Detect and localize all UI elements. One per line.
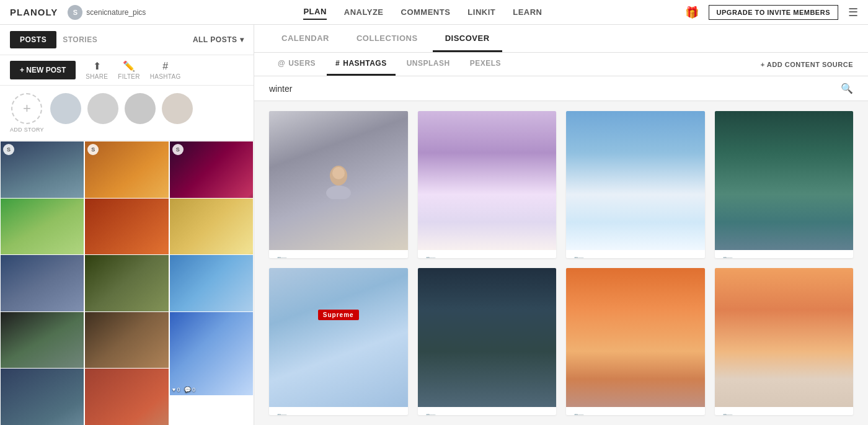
add-source-button[interactable]: + ADD CONTENT SOURCE <box>761 55 853 74</box>
card-footer: 📷 <box>418 407 557 416</box>
nav-linkit[interactable]: LINKIT <box>467 5 495 19</box>
search-input[interactable] <box>269 84 841 94</box>
logo: PLANOLY <box>10 7 58 17</box>
filter-button[interactable]: ✏️ FILTER <box>118 60 140 80</box>
right-content: CALENDAR COLLECTIONS DISCOVER @ USERS # … <box>254 25 868 425</box>
source-tab-users[interactable]: @ USERS <box>269 53 324 76</box>
card-footer: 📷 <box>269 250 408 259</box>
sidebar-actions: + NEW POST ⬆ SHARE ✏️ FILTER # HASHTAG <box>0 55 254 86</box>
list-item[interactable]: 📷 <box>566 268 705 415</box>
hashtag-label: HASHTAG <box>150 73 181 80</box>
nav-learn[interactable]: LEARN <box>513 5 542 19</box>
stories-button[interactable]: STORIES <box>63 35 97 44</box>
card-footer: 📷 <box>715 250 854 259</box>
at-icon: @ <box>278 59 285 68</box>
avatar: S <box>68 5 82 20</box>
tab-collections[interactable]: COLLECTIONS <box>344 25 430 52</box>
card-footer: 📷 <box>269 407 408 416</box>
source-tab-hashtags-label: HASHTAGS <box>343 59 386 68</box>
card-footer: 📷 <box>566 407 705 416</box>
search-bar: 🔍 <box>254 76 868 101</box>
source-tabs: @ USERS # HASHTAGS UNSPLASH PEXELS + ADD… <box>254 53 868 76</box>
post-badge: S <box>3 144 14 155</box>
hashtag-button[interactable]: # HASHTAG <box>150 61 181 80</box>
hashtag-icon: # <box>162 61 168 72</box>
story-row: + ADD STORY <box>0 86 254 141</box>
instagram-icon: 📷 <box>722 255 733 259</box>
instagram-icon: 📷 <box>574 255 584 259</box>
list-item[interactable]: Supreme 📷 <box>269 268 408 415</box>
search-icon[interactable]: 🔍 <box>841 83 853 94</box>
list-item[interactable]: 📷 <box>418 268 557 415</box>
post-stats: ♥ 0💬 0 <box>172 387 195 393</box>
story-item[interactable] <box>125 93 156 124</box>
svg-point-2 <box>332 167 345 179</box>
all-posts-label: ALL POSTS <box>193 35 237 44</box>
main-layout: POSTS STORIES ALL POSTS ▾ + NEW POST ⬆ S… <box>0 25 868 425</box>
table-row[interactable]: ♥ 0💬 0 <box>169 311 254 396</box>
main-nav: PLAN ANALYZE COMMENTS LINKIT LEARN <box>161 4 684 20</box>
add-story-wrap: + ADD STORY <box>10 93 44 133</box>
source-tab-pexels[interactable]: PEXELS <box>461 53 510 76</box>
table-row[interactable] <box>84 368 169 425</box>
filter-label: FILTER <box>118 73 140 80</box>
account-name: scenicnature_pics <box>86 8 146 17</box>
source-tab-users-label: USERS <box>288 59 316 68</box>
instagram-icon: 📷 <box>574 412 584 416</box>
add-story-button[interactable]: + <box>11 93 42 124</box>
source-tab-unsplash[interactable]: UNSPLASH <box>398 53 459 76</box>
table-row[interactable] <box>0 368 84 425</box>
discover-grid: 📷 📷 📷 📷 <box>254 101 868 425</box>
add-story-label: ADD STORY <box>10 127 44 133</box>
gift-icon[interactable]: 🎁 <box>685 6 699 19</box>
instagram-icon: 📷 <box>277 255 287 259</box>
instagram-icon: 📷 <box>277 412 287 416</box>
account-badge[interactable]: S scenicnature_pics <box>68 5 146 20</box>
list-item[interactable]: 📷 <box>418 111 557 258</box>
list-item[interactable]: 📷 <box>715 111 854 258</box>
card-footer: 📷 <box>418 250 557 259</box>
story-item[interactable] <box>50 93 81 124</box>
share-button[interactable]: ⬆ SHARE <box>86 60 108 80</box>
main-tabs: CALENDAR COLLECTIONS DISCOVER <box>254 25 868 53</box>
instagram-icon: 📷 <box>425 412 436 416</box>
posts-button[interactable]: POSTS <box>10 31 56 48</box>
share-label: SHARE <box>86 73 108 80</box>
instagram-icon: 📷 <box>425 255 436 259</box>
share-icon: ⬆ <box>93 60 101 72</box>
all-posts-button[interactable]: ALL POSTS ▾ <box>193 35 244 44</box>
new-post-button[interactable]: + NEW POST <box>10 61 76 79</box>
sidebar: POSTS STORIES ALL POSTS ▾ + NEW POST ⬆ S… <box>0 25 254 425</box>
card-footer: 📷 <box>566 250 705 259</box>
story-item[interactable] <box>162 93 193 124</box>
upgrade-button[interactable]: UPGRADE TO INVITE MEMBERS <box>709 5 838 20</box>
source-tab-unsplash-label: UNSPLASH <box>407 59 450 68</box>
nav-analyze[interactable]: ANALYZE <box>344 5 384 19</box>
list-item[interactable]: 📷 <box>715 268 854 415</box>
posts-grid: S S S ♥ 0💬 0 <box>0 141 254 425</box>
nav-plan[interactable]: PLAN <box>303 4 326 20</box>
svg-point-1 <box>326 186 351 199</box>
list-item[interactable]: 📷 <box>269 111 408 258</box>
hash-icon: # <box>335 59 340 68</box>
source-tab-hashtags[interactable]: # HASHTAGS <box>327 53 396 76</box>
tab-calendar[interactable]: CALENDAR <box>269 25 342 52</box>
list-item[interactable]: 📷 <box>566 111 705 258</box>
sidebar-top: POSTS STORIES ALL POSTS ▾ <box>0 25 254 55</box>
top-nav: PLANOLY S scenicnature_pics PLAN ANALYZE… <box>0 0 868 25</box>
story-item[interactable] <box>87 93 118 124</box>
hamburger-icon[interactable]: ☰ <box>848 6 858 19</box>
instagram-icon: 📷 <box>722 412 733 416</box>
post-badge: S <box>172 144 184 155</box>
chevron-down-icon: ▾ <box>240 35 244 44</box>
nav-comments[interactable]: COMMENTS <box>401 5 451 19</box>
filter-icon: ✏️ <box>123 60 135 72</box>
card-footer: 📷 <box>715 407 854 416</box>
tab-discover[interactable]: DISCOVER <box>433 25 502 52</box>
source-tab-pexels-label: PEXELS <box>470 59 501 68</box>
nav-right: 🎁 UPGRADE TO INVITE MEMBERS ☰ <box>685 5 858 20</box>
